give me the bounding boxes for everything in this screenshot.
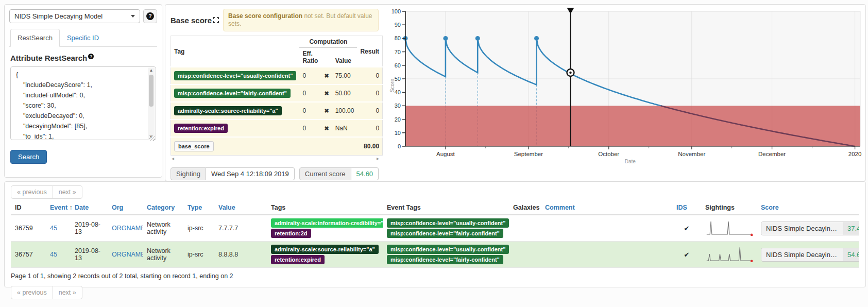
sighting-label: Sighting (171, 167, 206, 180)
multiply-icon: ✖ (321, 67, 332, 84)
tag-badge[interactable]: misp:confidence-level="usually-confident… (387, 218, 509, 228)
column-header-category[interactable]: Category (143, 201, 183, 215)
y-tick-label: 70 (395, 49, 401, 55)
x-tick-label: November (678, 151, 705, 157)
y-tick-label: 30 (395, 103, 401, 109)
sighting-dot (443, 36, 448, 41)
base-score-warning: Base score configuration not set. But de… (223, 9, 379, 31)
decay-chart-section: 0102030405060708090100AugustSeptemberOct… (379, 8, 863, 179)
model-select[interactable]: NIDS Simple Decaying Model (9, 9, 140, 23)
search-button[interactable]: Search (10, 150, 47, 164)
y-tick-label: 60 (395, 62, 401, 69)
tag-badge[interactable]: retention:2d (271, 229, 311, 238)
x-tick-label: September (514, 151, 543, 157)
y-tick-label: 90 (395, 22, 401, 28)
score-badge[interactable]: NIDS Simple Decaying ...37.41 (761, 221, 859, 235)
simulation-panel: Base score Base score configuration not … (165, 4, 866, 181)
galaxies-cell (509, 215, 541, 242)
scroll-right-icon[interactable]: ▸ (377, 156, 379, 161)
restsearch-query-textarea[interactable]: { "includeDecayScore": 1, "includeFullMo… (10, 66, 156, 140)
comment-cell (541, 215, 672, 242)
id-cell: 36759 (11, 215, 46, 242)
ids-check-icon: ✔ (684, 251, 690, 259)
y-tick-label: 50 (395, 76, 401, 82)
scroll-left-icon[interactable]: ◂ (172, 156, 174, 161)
computation-value: NaN (332, 120, 358, 137)
eff-ratio-value: 0 (299, 67, 321, 84)
org-link[interactable]: ORGNAME (112, 251, 143, 258)
column-header-sightings: Sightings (701, 201, 757, 215)
date-cell: 2019-08-13 (71, 215, 108, 242)
question-icon: ? (88, 54, 94, 59)
last-sighting-dot (751, 233, 753, 235)
tag-badge[interactable]: admiralty-scale:information-credibility=… (271, 218, 383, 228)
col-header-value: Value (332, 48, 358, 67)
column-header-event[interactable]: Event ↑ (46, 201, 71, 215)
computation-value: 100.00 (332, 102, 358, 120)
attribute-row: 36759452019-08-13ORGNAMENetwork activity… (11, 215, 859, 242)
column-header-comment[interactable]: Comment (541, 201, 672, 215)
scrollbar-thumb[interactable] (149, 75, 154, 107)
results-table: IDEvent ↑DateOrgCategoryTypeValueTagsEve… (11, 201, 859, 268)
results-panel: « previous next » IDEvent ↑DateOrgCatego… (4, 181, 866, 287)
sort-asc-icon: ↑ (67, 204, 73, 211)
multiply-icon: ✖ (321, 102, 332, 120)
column-header-date[interactable]: Date (71, 201, 108, 215)
scroll-up-icon[interactable]: ▲ (149, 69, 154, 73)
tag-badge[interactable]: misp:confidence-level="usually-confident… (387, 245, 509, 254)
y-tick-label: 0 (398, 143, 401, 149)
y-tick-label: 100 (392, 8, 401, 14)
decay-chart[interactable]: 0102030405060708090100AugustSeptemberOct… (379, 8, 863, 172)
tag-badge[interactable]: retention:expired (271, 255, 325, 264)
column-header-value[interactable]: Value (214, 201, 267, 215)
sighting-status-bar: Sighting Wed Sep 4 12:18:09 2019 Current… (171, 167, 379, 180)
next-page-button[interactable]: next » (53, 286, 82, 299)
column-header-org[interactable]: Org (108, 201, 143, 215)
tag-badge[interactable]: misp:confidence-level="fairly-confident" (387, 229, 503, 238)
column-header-tags: Tags (267, 201, 383, 215)
org-link[interactable]: ORGNAME (112, 225, 143, 232)
base-score-badge: base_score (174, 141, 214, 151)
value-cell: 7.7.7.7 (214, 215, 267, 242)
column-header-type[interactable]: Type (183, 201, 214, 215)
textarea-scrollbar[interactable]: ▲ ▼ (148, 67, 155, 140)
column-header-ids[interactable]: IDS (672, 201, 701, 215)
tags-cell: admiralty-scale:information-credibility=… (267, 215, 383, 242)
sightings-sparkline (705, 219, 753, 236)
base-score-total-row: base_score80.00 (171, 137, 383, 156)
event-link[interactable]: 45 (50, 251, 57, 258)
pagination-summary: Page 1 of 1, showing 2 records out of 2 … (11, 272, 859, 280)
score-badge[interactable]: NIDS Simple Decaying ...54.6 (761, 248, 859, 262)
previous-page-button[interactable]: « previous (11, 286, 53, 299)
score-cell: NIDS Simple Decaying ...54.6 (757, 242, 859, 268)
y-tick-label: 80 (395, 35, 401, 41)
eff-ratio-value: 0 (299, 102, 321, 120)
category-cell: Network activity (143, 242, 183, 268)
fullscreen-icon[interactable] (213, 16, 219, 25)
model-help-button[interactable]: ? (143, 9, 157, 23)
column-header-score[interactable]: Score (757, 201, 859, 215)
base-score-table-body: misp:confidence-level="usually-confident… (171, 67, 383, 156)
results-table-body: 36759452019-08-13ORGNAMENetwork activity… (11, 215, 859, 268)
next-page-button[interactable]: next » (53, 185, 82, 199)
eff-ratio-value: 0 (299, 84, 321, 102)
current-score-label: Current score (299, 167, 351, 180)
table-hscrollbar[interactable]: ◂ ▸ (171, 156, 379, 163)
tab-restsearch[interactable]: RestSearch (10, 29, 60, 47)
type-cell: ip-src (183, 215, 214, 242)
multiply-icon: ✖ (321, 120, 332, 137)
tag-badge[interactable]: misp:confidence-level="fairly-confident" (387, 255, 503, 264)
previous-page-button[interactable]: « previous (11, 185, 53, 199)
event-link[interactable]: 45 (50, 225, 57, 232)
score-model-name: NIDS Simple Decaying ... (761, 222, 843, 235)
tag-badge: retention:expired (174, 124, 228, 133)
textarea-resize-grip[interactable] (149, 135, 155, 141)
tag-badge: admiralty-scale:source-reliability="a" (174, 106, 282, 115)
tag-badge[interactable]: admiralty-scale:source-reliability="a" (271, 245, 379, 254)
x-tick-label: October (598, 151, 619, 157)
tab-specific-id[interactable]: Specific ID (60, 29, 106, 47)
x-tick-label: 2020 (848, 151, 862, 157)
galaxies-cell (509, 242, 541, 268)
column-header-galaxies: Galaxies (509, 201, 541, 215)
decaying-models-tool-page: NIDS Simple Decaying Model ? RestSearch … (0, 0, 868, 307)
